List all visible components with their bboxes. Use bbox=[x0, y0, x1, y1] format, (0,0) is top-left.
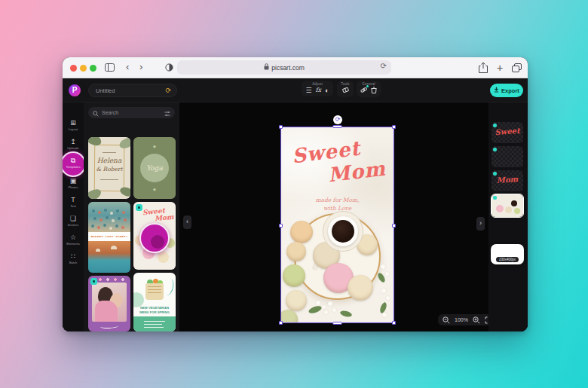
trash-icon[interactable] bbox=[371, 87, 377, 95]
text-icon: T bbox=[63, 196, 84, 203]
uploads-icon: ↥ bbox=[63, 138, 84, 145]
sidebar-item-templates[interactable]: ⧉ Templates bbox=[63, 157, 84, 173]
stickers-icon: ❏ bbox=[63, 215, 84, 222]
left-sidebar: ⊞ Layout ↥ Uploads ⧉ Templates ▣ Photos bbox=[63, 102, 84, 331]
layer-background-image[interactable]: ⋯ bbox=[492, 194, 523, 217]
template-vegetarian-menu[interactable]: NEW VEGETARIAN MENU FOR SPRING bbox=[133, 273, 176, 331]
layer-text-sweet[interactable]: Sweet bbox=[492, 122, 523, 143]
template-title: Helena bbox=[88, 157, 130, 164]
layer-visibility-badge[interactable] bbox=[493, 172, 497, 176]
refresh-icon[interactable]: ⟳ bbox=[381, 62, 387, 70]
search-placeholder: Search bbox=[102, 110, 161, 115]
url-text: picsart.com bbox=[271, 64, 304, 72]
adjust-label: Adjust bbox=[312, 82, 323, 86]
design-subtitle-line1[interactable]: made for Mom, bbox=[281, 197, 394, 203]
forward-button[interactable]: › bbox=[139, 61, 142, 73]
template-title: Yoga bbox=[140, 154, 169, 182]
page-card[interactable]: 230x400px bbox=[491, 244, 524, 264]
toolbar-group-tools: Tools bbox=[337, 81, 354, 97]
layer-menu-icon[interactable]: ⋯ bbox=[516, 194, 521, 200]
premium-badge-icon bbox=[136, 204, 142, 211]
design-subtitle-line2[interactable]: with Love bbox=[281, 205, 394, 212]
layers-panel: Sweet Mom ⋯ bbox=[488, 102, 528, 331]
search-input[interactable]: Search bbox=[88, 107, 175, 118]
share-icon[interactable] bbox=[479, 62, 488, 73]
sidebar-item-batch[interactable]: ∷ Batch bbox=[63, 252, 84, 269]
picsart-logo[interactable]: P bbox=[69, 84, 81, 96]
layer-visibility-badge[interactable] bbox=[493, 148, 497, 151]
toolbar-group-adjust: Adjust ☰ fx ◐ bbox=[302, 81, 333, 96]
toolbar-group-general: General bbox=[357, 81, 381, 97]
collapse-left-panel-button[interactable]: ‹ bbox=[183, 215, 191, 229]
back-button[interactable]: ‹ bbox=[126, 61, 129, 73]
layer-text-mom[interactable]: Mom bbox=[492, 170, 523, 191]
template-sweet-mom[interactable]: Sweet Mom ~ ~ ~ bbox=[133, 202, 176, 270]
coffee-cup-photo bbox=[332, 220, 354, 243]
premium-badge-icon bbox=[90, 278, 97, 285]
zoom-window-button[interactable] bbox=[90, 65, 96, 72]
export-button[interactable]: Export bbox=[490, 84, 523, 97]
collapse-right-panel-button[interactable]: › bbox=[476, 217, 485, 231]
template-photo bbox=[92, 283, 127, 322]
template-title-2: & Robert bbox=[88, 166, 130, 173]
minimize-window-button[interactable] bbox=[80, 65, 87, 72]
zoom-level[interactable]: 100% bbox=[455, 317, 468, 322]
browser-chrome: ‹ › picsart.com ⟳ + bbox=[63, 57, 528, 78]
search-icon bbox=[93, 106, 99, 120]
browser-window: ‹ › picsart.com ⟳ + P bbox=[63, 57, 528, 331]
batch-icon: ∷ bbox=[63, 252, 84, 260]
layer-visibility-badge[interactable] bbox=[493, 124, 497, 127]
templates-icon: ⧉ bbox=[63, 157, 84, 164]
reader-appearance-icon[interactable] bbox=[165, 63, 173, 72]
general-label: General bbox=[362, 82, 375, 86]
template-wedding-invitation[interactable]: Helena & Robert bbox=[88, 137, 130, 199]
tools-label: Tools bbox=[341, 82, 350, 86]
template-caption: BUCKET LIST START! bbox=[91, 235, 128, 238]
filter-icon[interactable] bbox=[164, 106, 170, 120]
layer-empty[interactable] bbox=[492, 146, 523, 167]
project-name: Untitled bbox=[96, 87, 115, 94]
sidebar-item-photos[interactable]: ▣ Photos bbox=[63, 177, 84, 194]
layout-icon: ⊞ bbox=[63, 119, 84, 127]
template-yoga-poster[interactable]: ◆ Yoga ◆ bbox=[133, 137, 176, 199]
photos-icon: ▣ bbox=[63, 177, 84, 185]
eraser-icon[interactable] bbox=[342, 87, 349, 95]
sync-icon[interactable]: ⟳ bbox=[165, 87, 171, 94]
layer-visibility-badge[interactable] bbox=[493, 196, 497, 200]
close-window-button[interactable] bbox=[70, 65, 77, 72]
sidebar-item-layout[interactable]: ⊞ Layout bbox=[63, 119, 84, 136]
template-travel-collage[interactable]: BUCKET LIST START! bbox=[88, 202, 130, 273]
effects-icon[interactable]: fx bbox=[316, 87, 321, 94]
export-label: Export bbox=[501, 87, 519, 94]
picsart-editor: P Untitled ⟳ Adjust ☰ fx ◐ Tools bbox=[63, 78, 528, 331]
elements-icon: ☆ bbox=[63, 234, 84, 241]
template-caption: NEW VEGETARIAN MENU FOR SPRING bbox=[133, 306, 176, 314]
editor-header: P Untitled ⟳ Adjust ☰ fx ◐ Tools bbox=[63, 78, 528, 102]
lock-icon bbox=[264, 63, 269, 72]
tabs-overview-icon[interactable] bbox=[512, 63, 522, 72]
new-tab-button[interactable]: + bbox=[497, 62, 503, 74]
sidebar-item-stickers[interactable]: ❏ Stickers bbox=[63, 215, 84, 231]
sidebar-toggle-icon[interactable] bbox=[105, 63, 115, 72]
project-name-field[interactable]: Untitled ⟳ bbox=[88, 84, 177, 97]
zoom-in-icon[interactable] bbox=[473, 316, 480, 324]
template-mother-daughter[interactable] bbox=[88, 276, 130, 331]
templates-panel: Search Helena & Robert bbox=[84, 102, 179, 331]
shadow-icon[interactable]: ◐ bbox=[325, 87, 329, 94]
zoom-out-icon[interactable] bbox=[443, 316, 450, 324]
download-icon bbox=[494, 87, 499, 94]
sidebar-item-elements[interactable]: ☆ Elements bbox=[63, 234, 84, 250]
address-bar[interactable]: picsart.com ⟳ bbox=[177, 60, 391, 75]
click-annotation-template bbox=[139, 223, 170, 253]
canvas-size-badge: 230x400px bbox=[496, 257, 519, 262]
design-artboard[interactable]: Sweet Mom made for Mom, with Love bbox=[281, 127, 394, 322]
link-icon[interactable] bbox=[360, 87, 367, 95]
adjust-sliders-icon[interactable]: ☰ bbox=[306, 87, 312, 94]
canvas-area[interactable]: ‹ › Sweet Mom made for Mom, with Love bbox=[179, 102, 488, 331]
rotate-handle-icon[interactable]: ⟳ bbox=[333, 115, 342, 124]
desktop-background: ‹ › picsart.com ⟳ + P bbox=[0, 0, 588, 388]
link-status-dot bbox=[366, 85, 369, 87]
sidebar-item-text[interactable]: T Text bbox=[63, 196, 84, 212]
